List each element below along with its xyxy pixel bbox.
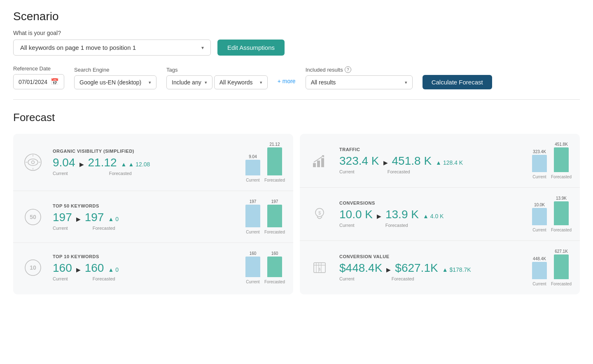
conversion-value-icon: $ xyxy=(306,259,333,277)
chevron-down-icon: ▾ xyxy=(260,80,262,85)
forecast-section-title: Forecast xyxy=(13,111,580,124)
included-results-dropdown[interactable]: All results ▾ xyxy=(306,75,413,89)
right-arrow-icon: ▶ xyxy=(377,213,381,219)
organic-visibility-title: ORGANIC VISIBILITY (SIMPLIFIED) xyxy=(53,149,239,154)
left-forecast-card: ORGANIC VISIBILITY (SIMPLIFIED) 9.04 ▶ 2… xyxy=(13,134,293,294)
top10-row: 10 TOP 10 KEYWORDS 160 ▶ 160 ▲ 0 Current xyxy=(13,243,293,292)
current-bar-label: 10.0K xyxy=(534,203,545,207)
conversion-value-row: $ CONVERSION VALUE $448.4K ▶ $627.1K ▲ $… xyxy=(300,241,580,294)
included-results-group: Included results ? All results ▾ xyxy=(306,66,413,89)
current-bar-label: 9.04 xyxy=(249,154,257,159)
svg-text:$: $ xyxy=(318,267,320,271)
current-bar-label: 323.4K xyxy=(533,149,546,154)
forecast-sublabel3: Forecasted xyxy=(93,276,115,281)
traffic-row: TRAFFIC 323.4 K ▶ 451.8 K ▲ 128.4 K Curr… xyxy=(300,134,580,188)
forecast-bar-group: 451.8K Forecasted xyxy=(551,142,572,179)
tags-label: Tags xyxy=(166,67,268,73)
organic-visibility-content: ORGANIC VISIBILITY (SIMPLIFIED) 9.04 ▶ 2… xyxy=(53,149,239,176)
organic-visibility-values: 9.04 ▶ 21.12 ▲ ▲ 12.08 xyxy=(53,156,239,169)
current-bar-group: 160 Current xyxy=(245,251,260,284)
chevron-down-icon: ▾ xyxy=(201,45,204,51)
tags-inputs: Include any ▾ All Keywords ▾ xyxy=(166,75,268,89)
help-icon[interactable]: ? xyxy=(345,66,351,73)
traffic-title: TRAFFIC xyxy=(339,147,525,152)
svg-rect-13 xyxy=(321,158,324,167)
up-arrow-icon: ▲ xyxy=(121,161,127,168)
forecast-bar-label: 160 xyxy=(271,251,278,256)
current-bar-label: 197 xyxy=(250,199,257,204)
right-arrow-icon: ▶ xyxy=(386,266,391,273)
top10-forecast: 160 xyxy=(85,261,104,275)
svg-point-1 xyxy=(28,159,38,166)
conversion-value-forecast: $627.1K xyxy=(395,261,438,275)
forecast-bar xyxy=(267,147,282,175)
forecast-bar-bottom: Forecasted xyxy=(551,282,572,286)
conversions-content: CONVERSIONS 10.0 K ▶ 13.9 K ▲ 4.0 K Curr… xyxy=(339,201,525,228)
forecast-bar xyxy=(267,205,282,227)
current-bar-bottom: Current xyxy=(246,280,259,284)
top10-current: 160 xyxy=(53,261,72,275)
tags-keywords-dropdown[interactable]: All Keywords ▾ xyxy=(214,75,268,89)
goal-dropdown-value: All keywords on page 1 move to position … xyxy=(20,44,136,51)
top50-chart: 197 Current 197 Forecasted xyxy=(245,199,285,234)
conversions-title: CONVERSIONS xyxy=(339,201,525,205)
page-title: Scenario xyxy=(13,10,580,23)
right-forecast-card: TRAFFIC 323.4 K ▶ 451.8 K ▲ 128.4 K Curr… xyxy=(300,134,580,294)
conversions-values: 10.0 K ▶ 13.9 K ▲ 4.0 K xyxy=(339,208,525,221)
chevron-down-icon: ▾ xyxy=(405,80,407,85)
traffic-content: TRAFFIC 323.4 K ▶ 451.8 K ▲ 128.4 K Curr… xyxy=(339,147,525,174)
forecast-grid: ORGANIC VISIBILITY (SIMPLIFIED) 9.04 ▶ 2… xyxy=(13,134,580,294)
calculate-forecast-button[interactable]: Calculate Forecast xyxy=(423,75,492,89)
traffic-delta: ▲ 128.4 K xyxy=(436,159,463,166)
current-sublabel: Current xyxy=(339,276,355,281)
current-bar xyxy=(245,257,260,277)
conversions-icon: $ xyxy=(306,205,333,223)
organic-visibility-delta: ▲ ▲ 12.08 xyxy=(121,161,150,168)
up-arrow-icon: ▲ xyxy=(108,266,114,273)
forecast-bar-group: 627.1K Forecasted xyxy=(551,249,572,286)
goal-dropdown[interactable]: All keywords on page 1 move to position … xyxy=(13,40,211,56)
forecast-bar-label: 627.1K xyxy=(555,249,568,254)
forecast-bar-bottom: Forecasted xyxy=(551,175,572,179)
top50-values: 197 ▶ 197 ▲ 0 xyxy=(53,211,239,224)
current-bar-label: 448.4K xyxy=(533,257,546,261)
top10-delta: ▲ 0 xyxy=(108,266,119,273)
top50-forecast: 197 xyxy=(85,211,104,224)
organic-visibility-chart: 9.04 Current 21.12 Forecasted xyxy=(245,142,285,182)
forecast-bar-bottom: Forecasted xyxy=(551,228,572,232)
conversion-value-delta: ▲ $178.7K xyxy=(442,266,471,273)
tags-group: Tags Include any ▾ All Keywords ▾ xyxy=(166,67,268,89)
current-bar-bottom: Current xyxy=(532,228,546,232)
forecast-bar xyxy=(554,201,569,225)
conversion-value-chart: 448.4K Current 627.1K Forecasted xyxy=(532,249,572,286)
conversions-chart: 10.0K Current 13.9K Forecasted xyxy=(532,196,572,232)
edit-assumptions-button[interactable]: Edit Assumptions xyxy=(217,40,285,56)
top10-chart: 160 Current 160 Forecasted xyxy=(245,251,285,284)
traffic-forecast: 451.8 K xyxy=(392,154,432,168)
reference-date-input[interactable]: 07/01/2024 📅 xyxy=(13,74,64,89)
more-link[interactable]: + more xyxy=(278,78,296,84)
svg-text:10: 10 xyxy=(30,264,36,271)
divider xyxy=(13,99,580,100)
forecast-bar-label: 451.8K xyxy=(555,142,568,147)
current-bar xyxy=(532,208,547,225)
forecast-sublabel: Forecasted xyxy=(385,223,408,228)
goal-label: What is your goal? xyxy=(13,30,580,36)
traffic-chart: 323.4K Current 451.8K Forecasted xyxy=(532,142,572,179)
chevron-down-icon: ▾ xyxy=(149,80,151,85)
tags-include-dropdown[interactable]: Include any ▾ xyxy=(166,75,212,89)
forecast-bar-label: 21.12 xyxy=(269,142,280,147)
forecast-bar-label: 197 xyxy=(271,199,278,204)
up-arrow-icon: ▲ xyxy=(423,213,429,219)
search-engine-group: Search Engine Google us-EN (desktop) ▾ xyxy=(74,67,156,89)
forecast-bar-group: 13.9K Forecasted xyxy=(551,196,572,232)
organic-visibility-forecast: 21.12 xyxy=(88,156,117,169)
current-bar-bottom: Current xyxy=(246,178,259,182)
up-arrow-icon: ▲ xyxy=(108,216,114,222)
search-engine-dropdown[interactable]: Google us-EN (desktop) ▾ xyxy=(74,75,156,89)
tags-include-value: Include any xyxy=(172,79,201,86)
svg-text:50: 50 xyxy=(30,214,36,220)
svg-rect-11 xyxy=(313,163,316,167)
right-arrow-icon: ▶ xyxy=(76,216,81,222)
forecast-bar xyxy=(554,254,569,279)
